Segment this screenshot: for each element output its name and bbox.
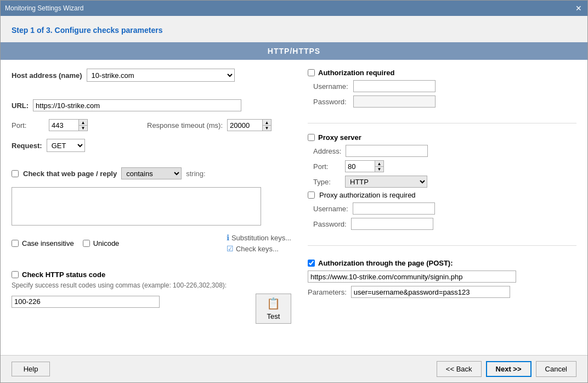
proxy-port-down-btn[interactable]: ▼ [375,166,384,172]
host-select[interactable]: 10-strike.com [87,69,235,82]
url-row: URL: [12,99,291,111]
footer-left: Help [12,362,50,376]
post-auth-row: Authorization through the page (POST): [308,259,576,267]
next-button[interactable]: Next >> [486,361,532,377]
check-reply-checkbox[interactable] [12,170,19,177]
footer-right: << Back Next >> Cancel [437,361,576,377]
port-down-btn[interactable]: ▼ [79,125,88,131]
port-label: Port: [12,121,44,129]
timeout-input[interactable] [227,119,263,131]
auth-username-input[interactable] [353,80,436,92]
status-code-checkbox[interactable] [12,271,19,278]
proxy-auth-row: Proxy authorization is required [308,191,576,199]
proxy-type-row: Type: HTTP SOCKS4 SOCKS5 [313,176,576,188]
timeout-spinner: ▲ ▼ [227,119,272,131]
proxy-port-up-btn[interactable]: ▲ [375,160,384,166]
options-row: Case insensitive Unicode ℹ Substitution … [12,233,291,253]
help-button[interactable]: Help [12,362,50,376]
request-select[interactable]: GET POST HEAD [47,139,85,152]
right-panel: Authorization required Username: Passwor… [308,69,576,346]
auth-username-label: Username: [313,82,349,91]
cancel-button[interactable]: Cancel [536,361,576,377]
case-insensitive-row: Case insensitive [12,239,74,247]
close-button[interactable]: ✕ [574,4,583,13]
proxy-password-label: Password: [313,220,347,228]
status-code-label: Check HTTP status code [22,271,105,279]
back-button[interactable]: << Back [437,361,482,377]
post-url-input[interactable] [308,271,516,283]
proxy-port-spinner: ▲ ▼ [345,160,384,172]
post-auth-checkbox[interactable] [308,260,315,267]
proxy-password-input[interactable] [351,218,433,230]
proxy-auth-checkbox[interactable] [308,192,315,199]
proxy-address-input[interactable] [346,145,428,157]
unicode-row: Unicode [83,239,120,247]
status-section: Check HTTP status code Specify success r… [12,271,291,324]
url-label: URL: [12,102,29,110]
auth-required-label: Authorization required [318,69,394,77]
proxy-address-row: Address: [313,145,576,157]
window-content: Step 1 of 3. Configure checks parameters… [1,16,587,382]
status-input[interactable] [12,296,160,308]
main-area: Host address (name) 10-strike.com URL: P… [1,60,587,355]
title-bar: Monitoring Settings Wizard ✕ [1,1,587,16]
proxy-username-row: Username: [313,202,576,215]
proxy-server-checkbox[interactable] [308,134,315,141]
port-input[interactable] [49,119,79,131]
check-keys-icon: ☑ [227,244,234,253]
proxy-port-row: Port: ▲ ▼ [313,160,576,172]
host-row: Host address (name) 10-strike.com [12,69,291,82]
auth-username-row: Username: [313,80,576,92]
auth-password-label: Password: [313,98,349,106]
unicode-checkbox[interactable] [83,240,90,247]
auth-password-input[interactable] [353,95,436,108]
request-label: Request: [12,142,42,150]
status-input-row: 📋 Test [12,294,291,324]
timeout-down-btn[interactable]: ▼ [263,125,272,131]
reply-textarea[interactable] [12,187,261,226]
divider-2 [308,245,576,246]
proxy-type-label: Type: [313,178,341,186]
timeout-label: Response timeout (ms): [147,121,223,129]
proxy-type-select[interactable]: HTTP SOCKS4 SOCKS5 [345,176,427,188]
request-row: Request: GET POST HEAD [12,139,291,152]
case-insensitive-checkbox[interactable] [12,240,19,247]
status-code-row: Check HTTP status code [12,271,291,279]
post-params-row: Parameters: [308,286,576,298]
proxy-port-input[interactable] [345,160,375,172]
main-window: Monitoring Settings Wizard ✕ Step 1 of 3… [0,0,588,383]
auth-required-checkbox[interactable] [308,69,315,76]
contains-select[interactable]: contains does not contain equals [121,167,182,179]
timeout-up-btn[interactable]: ▲ [263,119,272,125]
proxy-address-label: Address: [313,147,341,155]
proxy-username-label: Username: [313,205,348,213]
post-params-input[interactable] [351,286,510,298]
post-auth-label: Authorization through the page (POST): [318,259,453,267]
auth-required-row: Authorization required [308,69,576,77]
substitution-keys-link[interactable]: ℹ Substitution keys... [227,233,291,242]
port-timeout-row: Port: ▲ ▼ Response timeout (ms): ▲ ▼ [12,119,291,131]
auth-section: Authorization required Username: Passwor… [308,69,576,108]
port-up-btn[interactable]: ▲ [79,119,88,125]
string-label: string: [186,170,205,178]
check-reply-label: Check that web page / reply [23,170,117,178]
post-section: Authorization through the page (POST): P… [308,259,576,298]
proxy-port-label: Port: [313,162,341,171]
info-icon: ℹ [227,233,229,242]
divider-1 [308,123,576,123]
proxy-username-input[interactable] [353,202,435,215]
proxy-server-row: Proxy server [308,133,576,142]
proxy-password-row: Password: [313,218,576,230]
auth-password-row: Password: [313,95,576,108]
proxy-server-label: Proxy server [318,133,361,142]
status-desc: Specify success result codes using comma… [12,281,291,290]
section-header: HTTP/HTTPS [1,42,587,60]
left-panel: Host address (name) 10-strike.com URL: P… [12,69,291,346]
host-label: Host address (name) [12,71,82,80]
test-icon: 📋 [267,297,280,310]
step-header: Step 1 of 3. Configure checks parameters [1,16,587,42]
url-input[interactable] [33,99,241,111]
test-button[interactable]: 📋 Test [256,294,291,324]
check-keys-link[interactable]: ☑ Check keys... [227,244,291,253]
proxy-section: Proxy server Address: Port: ▲ ▼ [308,133,576,230]
